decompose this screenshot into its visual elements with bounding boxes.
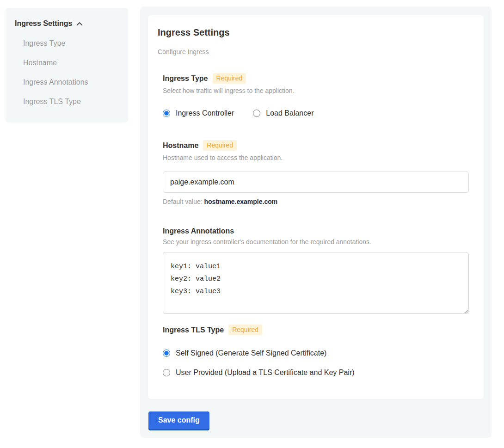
user-provided-radio[interactable] xyxy=(163,369,170,376)
config-nav-sidebar: Ingress Settings Ingress Type Hostname I… xyxy=(6,8,128,123)
hostname-default-line: Default value: hostname.example.com xyxy=(163,198,469,205)
ingress-type-options: Ingress Controller Load Balancer xyxy=(163,109,469,117)
page-subtitle: Configure Ingress xyxy=(158,49,469,55)
sidebar-item-list: Ingress Type Hostname Ingress Annotation… xyxy=(15,40,119,105)
default-value-prefix: Default value: xyxy=(163,198,204,205)
config-card: Ingress Settings Configure Ingress Ingre… xyxy=(148,15,484,399)
radio-label: Self Signed (Generate Self Signed Certif… xyxy=(176,349,326,357)
ingress-type-help: Select how traffic will ingress to the a… xyxy=(163,87,469,94)
chevron-up-icon xyxy=(76,22,83,26)
group-ingress-tls-type: Ingress TLS Type Required Self Signed (G… xyxy=(163,325,469,376)
sidebar-item-ingress-annotations[interactable]: Ingress Annotations xyxy=(23,79,119,86)
self-signed-radio[interactable] xyxy=(163,350,170,357)
radio-label: User Provided (Upload a TLS Certificate … xyxy=(176,368,355,376)
sidebar-group-ingress-settings[interactable]: Ingress Settings xyxy=(15,19,119,28)
page-title: Ingress Settings xyxy=(158,28,469,37)
default-value-text: hostname.example.com xyxy=(204,198,278,205)
hostname-label: Hostname xyxy=(163,141,198,149)
radio-label: Ingress Controller xyxy=(176,109,234,117)
config-panel: Ingress Settings Configure Ingress Ingre… xyxy=(140,6,492,438)
group-hostname: Hostname Required Hostname used to acces… xyxy=(163,140,469,205)
sidebar-group-label: Ingress Settings xyxy=(15,19,72,28)
radio-option-self-signed[interactable]: Self Signed (Generate Self Signed Certif… xyxy=(163,349,469,357)
required-badge: Required xyxy=(228,325,262,335)
form-groups: Ingress Type Required Select how traffic… xyxy=(163,73,469,376)
annotations-textarea[interactable]: key1: value1 key2: value2 key3: value3 xyxy=(163,252,469,314)
hostname-input[interactable] xyxy=(163,172,469,193)
sidebar-item-ingress-tls-type[interactable]: Ingress TLS Type xyxy=(23,98,119,105)
load-balancer-radio[interactable] xyxy=(253,110,260,117)
tls-type-options: Self Signed (Generate Self Signed Certif… xyxy=(163,349,469,376)
annotations-label: Ingress Annotations xyxy=(163,227,234,235)
tls-type-label: Ingress TLS Type xyxy=(163,326,224,334)
required-badge: Required xyxy=(203,140,237,151)
group-ingress-type: Ingress Type Required Select how traffic… xyxy=(163,73,469,117)
sidebar-item-hostname[interactable]: Hostname xyxy=(23,59,119,67)
sidebar-item-ingress-type[interactable]: Ingress Type xyxy=(23,40,119,47)
radio-option-ingress-controller[interactable]: Ingress Controller xyxy=(163,109,234,117)
ingress-type-label: Ingress Type xyxy=(163,74,208,82)
radio-option-load-balancer[interactable]: Load Balancer xyxy=(253,109,313,117)
annotations-help: See your ingress controller's documentat… xyxy=(163,239,469,245)
hostname-help: Hostname used to access the application. xyxy=(163,154,469,161)
radio-option-user-provided[interactable]: User Provided (Upload a TLS Certificate … xyxy=(163,368,469,376)
radio-label: Load Balancer xyxy=(266,109,313,117)
ingress-controller-radio[interactable] xyxy=(163,110,170,117)
save-config-button[interactable]: Save config xyxy=(148,411,209,429)
group-ingress-annotations: Ingress Annotations See your ingress con… xyxy=(163,227,469,314)
required-badge: Required xyxy=(213,73,246,84)
